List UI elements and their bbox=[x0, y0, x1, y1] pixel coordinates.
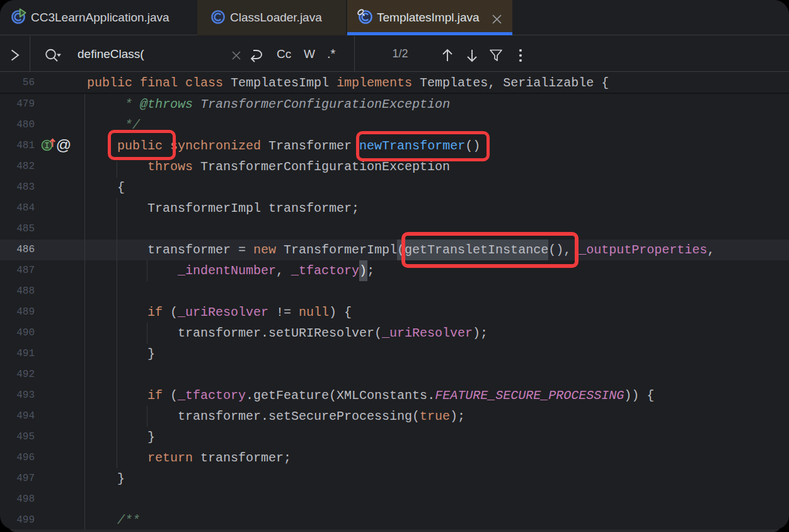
svg-text:@: @ bbox=[56, 137, 71, 153]
